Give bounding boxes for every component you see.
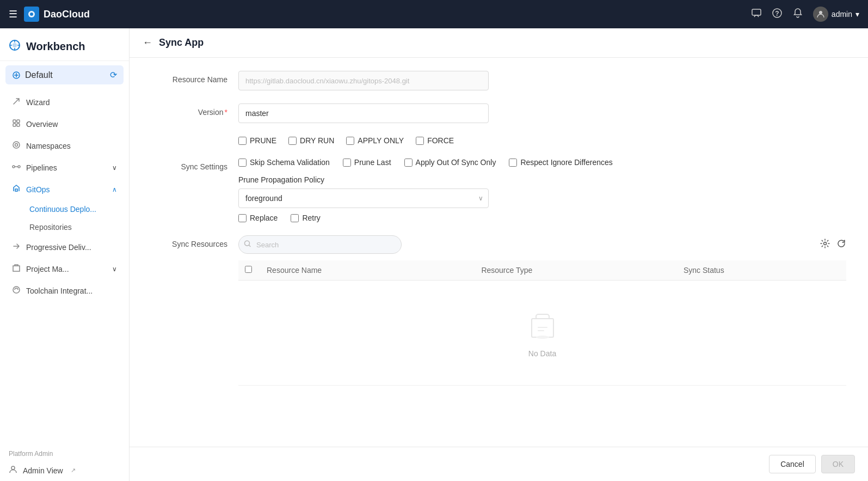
- sidebar-item-namespaces[interactable]: Namespaces: [3, 135, 126, 156]
- admin-view-label: Admin View: [23, 466, 63, 475]
- skip-schema-checkbox-item[interactable]: Skip Schema Validation: [238, 158, 330, 167]
- svg-rect-1: [752, 9, 761, 15]
- sidebar-item-label: Project Ma...: [26, 265, 69, 273]
- progressive-delivery-icon: [12, 242, 21, 252]
- settings-icon[interactable]: [820, 239, 830, 251]
- version-input[interactable]: [238, 103, 489, 123]
- sync-settings-checkboxes: Skip Schema Validation Prune Last Apply …: [238, 158, 846, 167]
- sidebar-item-pipelines[interactable]: Pipelines ∨: [3, 157, 126, 178]
- skip-schema-checkbox[interactable]: [238, 159, 247, 167]
- svg-rect-11: [17, 124, 20, 126]
- pipelines-expand-icon: ∨: [112, 164, 117, 172]
- prune-label: PRUNE: [250, 136, 276, 145]
- search-bar-row: [238, 235, 846, 254]
- svg-point-12: [13, 142, 20, 148]
- username-label: admin: [832, 10, 852, 19]
- svg-point-4: [819, 11, 822, 14]
- default-cluster-selector[interactable]: Default ⟳: [5, 65, 124, 84]
- sync-resources-label: Sync Resources: [151, 235, 227, 248]
- sidebar-item-admin-view[interactable]: Admin View ↗: [0, 460, 129, 481]
- refresh-default-icon[interactable]: ⟳: [110, 70, 117, 80]
- svg-point-15: [18, 166, 20, 168]
- form-footer: Cancel OK: [130, 447, 868, 481]
- prune-checkbox-item[interactable]: PRUNE: [238, 136, 276, 145]
- logo-text: DaoCloud: [44, 9, 90, 20]
- replace-checkbox-item[interactable]: Replace: [238, 214, 278, 222]
- select-all-checkbox[interactable]: [245, 266, 252, 273]
- search-wrap: [238, 235, 402, 254]
- flags-field: PRUNE DRY RUN APPLY ONLY: [238, 136, 846, 145]
- svg-point-21: [536, 336, 549, 339]
- project-management-icon: [12, 264, 21, 274]
- topnav-right: ? admin ▾: [751, 7, 859, 22]
- sidebar-item-toolchain-integration[interactable]: Toolchain Integrat...: [3, 280, 126, 301]
- sidebar-item-continuous-deploy[interactable]: Continuous Deplo...: [23, 200, 126, 218]
- flags-label-empty: [151, 136, 227, 141]
- help-icon[interactable]: ?: [772, 8, 783, 21]
- th-resource-name: Resource Name: [260, 260, 475, 281]
- wizard-icon: [12, 97, 21, 107]
- skip-schema-label: Skip Schema Validation: [250, 158, 330, 167]
- prune-checkbox[interactable]: [238, 137, 247, 145]
- chat-icon[interactable]: [751, 8, 762, 21]
- apply-only-checkbox-item[interactable]: APPLY ONLY: [346, 136, 404, 145]
- resource-name-input[interactable]: [238, 71, 489, 90]
- prune-last-checkbox[interactable]: [343, 159, 351, 167]
- page-header: ← Sync App: [130, 28, 868, 58]
- dry-run-checkbox[interactable]: [288, 137, 297, 145]
- svg-point-13: [15, 144, 18, 147]
- table-head: Resource Name Resource Type Sync Status: [238, 260, 846, 281]
- hamburger-menu-button[interactable]: ☰: [9, 8, 17, 20]
- sidebar-item-overview[interactable]: Overview: [3, 113, 126, 135]
- user-menu[interactable]: admin ▾: [813, 7, 859, 22]
- search-icon: [244, 240, 251, 249]
- prune-policy-label: Prune Propagation Policy: [238, 175, 846, 184]
- topnav-left: ☰ DaoCloud: [9, 7, 90, 22]
- cancel-button[interactable]: Cancel: [769, 455, 816, 473]
- replace-checkbox[interactable]: [238, 214, 247, 222]
- prune-policy-select[interactable]: foreground background orphan: [238, 188, 489, 208]
- apply-only-checkbox[interactable]: [346, 137, 354, 145]
- sync-resources-row: Sync Resources: [151, 235, 846, 386]
- apply-out-of-sync-checkbox-item[interactable]: Apply Out Of Sync Only: [404, 158, 496, 167]
- apply-out-of-sync-checkbox[interactable]: [404, 159, 413, 167]
- flags-row: PRUNE DRY RUN APPLY ONLY: [151, 136, 846, 145]
- back-button[interactable]: ←: [143, 37, 152, 48]
- sidebar-item-label: Overview: [26, 120, 58, 129]
- prune-last-label: Prune Last: [354, 158, 391, 167]
- respect-ignore-checkbox-item[interactable]: Respect Ignore Differences: [509, 158, 612, 167]
- table-body: No Data: [238, 281, 846, 386]
- gitops-expand-icon: ∧: [112, 186, 117, 193]
- force-checkbox-item[interactable]: FORCE: [416, 136, 454, 145]
- force-checkbox[interactable]: [416, 137, 424, 145]
- svg-text:?: ?: [775, 10, 779, 17]
- sidebar-item-project-management[interactable]: Project Ma... ∨: [3, 258, 126, 279]
- toolchain-icon: [12, 285, 21, 296]
- retry-checkbox[interactable]: [291, 214, 299, 222]
- sidebar-item-label: Namespaces: [26, 142, 71, 150]
- search-resources-input[interactable]: [238, 235, 402, 254]
- admin-view-icon: [9, 465, 17, 476]
- notification-bell-icon[interactable]: [792, 8, 803, 21]
- retry-label: Retry: [302, 214, 320, 222]
- respect-ignore-checkbox[interactable]: [509, 159, 517, 167]
- prune-last-checkbox-item[interactable]: Prune Last: [343, 158, 391, 167]
- retry-checkbox-item[interactable]: Retry: [291, 214, 320, 222]
- sidebar-item-repositories[interactable]: Repositories: [23, 218, 126, 236]
- sidebar-item-wizard[interactable]: Wizard: [3, 92, 126, 113]
- sync-settings-field: Skip Schema Validation Prune Last Apply …: [238, 158, 846, 222]
- pipelines-icon: [12, 162, 21, 173]
- svg-rect-16: [15, 189, 17, 191]
- empty-state-row: No Data: [238, 281, 846, 386]
- workbench-label: Workbench: [26, 40, 85, 53]
- apply-out-of-sync-label: Apply Out Of Sync Only: [416, 158, 496, 167]
- sidebar-item-progressive-delivery[interactable]: Progressive Deliv...: [3, 236, 126, 258]
- dry-run-label: DRY RUN: [300, 136, 334, 145]
- dry-run-checkbox-item[interactable]: DRY RUN: [288, 136, 334, 145]
- sidebar: Workbench Default ⟳ Wizard Overview: [0, 28, 130, 481]
- svg-point-6: [13, 43, 17, 47]
- sidebar-item-gitops[interactable]: GitOps ∧: [3, 179, 126, 200]
- table-header-row: Resource Name Resource Type Sync Status: [238, 260, 846, 281]
- refresh-resources-icon[interactable]: [836, 239, 846, 251]
- ok-button[interactable]: OK: [821, 455, 855, 473]
